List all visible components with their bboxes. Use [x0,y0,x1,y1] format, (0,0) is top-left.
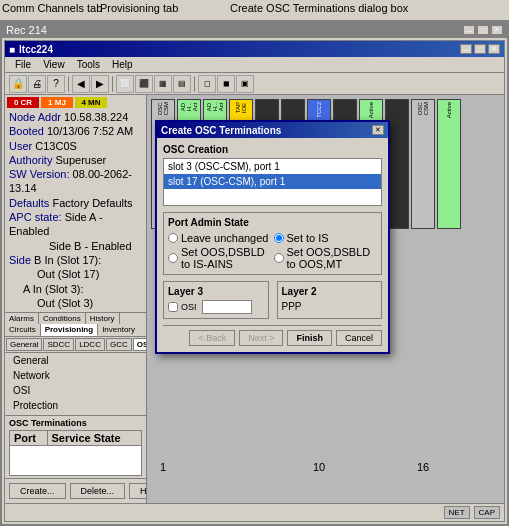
dialog-back-btn[interactable]: < Back [189,330,235,346]
layer2-section: Layer 2 PPP [277,281,383,319]
outer-close[interactable]: ✕ [491,25,503,35]
layer2-title: Layer 2 [282,286,378,297]
toolbar-help-icon[interactable]: ? [47,75,65,93]
osc-creation-section: OSC Creation slot 3 (OSC-CSM), port 1 sl… [163,144,382,206]
rack-card-11: OSCCSM [411,99,435,229]
inner-title-icon: ■ [9,44,15,55]
sub-tab-gcc[interactable]: GCC [106,338,132,351]
bottom-btn-area: Create... Delete... Help [5,478,146,503]
menu-view[interactable]: View [37,59,71,70]
layer3-osi-checkbox[interactable] [168,302,178,312]
toolbar-back-icon[interactable]: ◀ [72,75,90,93]
toolbar-icon1[interactable]: ⬜ [116,75,134,93]
side-menu-item-osi[interactable]: OSI [5,383,146,398]
menu-file[interactable]: File [9,59,37,70]
rack-card-12: Active [437,99,461,229]
osc-table-title: OSC Terminations [9,418,142,428]
toolbar-icon5[interactable]: ◻ [198,75,216,93]
comm-channels-annotation: Comm Channels tab [2,2,102,14]
menu-bar: File View Tools Help [5,57,504,73]
tab-alarms[interactable]: Alarms [5,313,39,324]
radio-leave-unchanged[interactable]: Leave unchanged [168,232,272,244]
radio-set-oos-mt[interactable]: Set OOS,DSBLD to OOS,MT [274,246,378,270]
osc-creation-list[interactable]: slot 3 (OSC-CSM), port 1 slot 17 (OSC-CS… [163,158,382,206]
major-badge: 1 MJ [41,97,73,108]
cap-indicator: CAP [474,506,500,519]
inner-title: ltcc224 [19,44,53,55]
side-menu-item-network[interactable]: Network [5,368,146,383]
osc-creation-label: OSC Creation [163,144,382,155]
dialog-cancel-btn[interactable]: Cancel [336,330,382,346]
osc-col-port: Port [10,431,48,446]
dialog-finish-btn[interactable]: Finish [287,330,332,346]
provisioning-annotation: Provisioning tab [100,2,178,14]
left-pane: 0 CR 1 MJ 4 MN Node Addr 10.58.38.224 Bo… [5,95,147,503]
toolbar: 🔒 🖨 ? ◀ ▶ ⬜ ⬛ ▦ ▤ ◻ ◼ ▣ [5,73,504,95]
toolbar-icon7[interactable]: ▣ [236,75,254,93]
create-osc-annotation: Create OSC Terminations dialog box [230,2,408,14]
radio-label-is: Set to IS [287,232,329,244]
delete-button[interactable]: Delete... [70,483,126,499]
tab-provisioning[interactable]: Provisioning [41,324,98,336]
create-button[interactable]: Create... [9,483,66,499]
radio-label-leave: Leave unchanged [181,232,268,244]
dialog-title-bar: Create OSC Terminations ✕ [157,122,388,138]
radio-set-to-is[interactable]: Set to IS [274,232,378,244]
sub-tab-osc[interactable]: OSC [133,338,147,351]
inner-minimize[interactable]: — [460,44,472,54]
osc-table-area: OSC Terminations Port Service State [5,415,146,478]
layer3-title: Layer 3 [168,286,264,297]
inner-close[interactable]: ✕ [488,44,500,54]
layer2-value: PPP [282,300,378,313]
dialog-btn-bar: < Back Next > Finish Cancel [163,325,382,346]
tab-conditions[interactable]: Conditions [39,313,86,324]
osc-row-empty [10,446,142,476]
tab-inventory[interactable]: Inventory [98,324,139,336]
sub-tab-ldcc[interactable]: LDCC [75,338,105,351]
outer-minimize[interactable]: — [463,25,475,35]
radio-set-oos-ains[interactable]: Set OOS,DSBLD to IS-AINS [168,246,272,270]
toolbar-icon4[interactable]: ▤ [173,75,191,93]
dialog-close-btn[interactable]: ✕ [372,125,384,135]
tab-history[interactable]: History [86,313,120,324]
toolbar-print-icon[interactable]: 🖨 [28,75,46,93]
osc-list-item-0[interactable]: slot 3 (OSC-CSM), port 1 [164,159,381,174]
side-menu-item-general[interactable]: General [5,353,146,368]
outer-maximize[interactable]: □ [477,25,489,35]
port-admin-state-section: Port Admin State Leave unchanged Set to … [163,212,382,275]
radio-label-mt: Set OOS,DSBLD to OOS,MT [287,246,378,270]
dialog-next-btn[interactable]: Next > [239,330,283,346]
inner-maximize[interactable]: □ [474,44,486,54]
toolbar-forward-icon[interactable]: ▶ [91,75,109,93]
tab-circuits[interactable]: Circuits [5,324,41,336]
outer-title: Rec 214 [6,24,47,36]
side-menu: General Network OSI Protection Security … [5,353,146,415]
layer3-osi-label: OSI [181,302,197,312]
side-menu-item-protection[interactable]: Protection [5,398,146,413]
node-details: Node Addr 10.58.38.224 Booted 10/13/06 7… [5,108,146,312]
minor-badge: 4 MN [75,97,107,108]
inner-title-bar: ■ ltcc224 — □ ✕ [5,41,504,57]
toolbar-lock-icon[interactable]: 🔒 [9,75,27,93]
help-button[interactable]: Help [129,483,147,499]
create-osc-dialog: Create OSC Terminations ✕ OSC Creation s… [155,120,390,354]
toolbar-icon6[interactable]: ◼ [217,75,235,93]
sub-tab-sdcc[interactable]: SDCC [43,338,74,351]
net-indicator: NET [444,506,470,519]
menu-tools[interactable]: Tools [71,59,106,70]
outer-title-bar: Rec 214 — □ ✕ [2,22,507,38]
sub-tabs-row: General SDCC LDCC GCC OSC PPC LMP [5,337,146,353]
status-bar: NET CAP [5,503,504,521]
osc-list-item-1[interactable]: slot 17 (OSC-CSM), port 1 [164,174,381,189]
toolbar-icon2[interactable]: ⬛ [135,75,153,93]
main-tabs-row: Alarms Conditions History Circuits Provi… [5,312,146,337]
critical-badge: 0 CR [7,97,39,108]
dialog-title: Create OSC Terminations [161,125,281,136]
layer3-section: Layer 3 OSI [163,281,269,319]
port-admin-state-title: Port Admin State [168,217,377,228]
menu-help[interactable]: Help [106,59,139,70]
osc-col-service-state: Service State [47,431,142,446]
toolbar-icon3[interactable]: ▦ [154,75,172,93]
layer3-ip-input[interactable] [202,300,252,314]
sub-tab-general[interactable]: General [6,338,42,351]
